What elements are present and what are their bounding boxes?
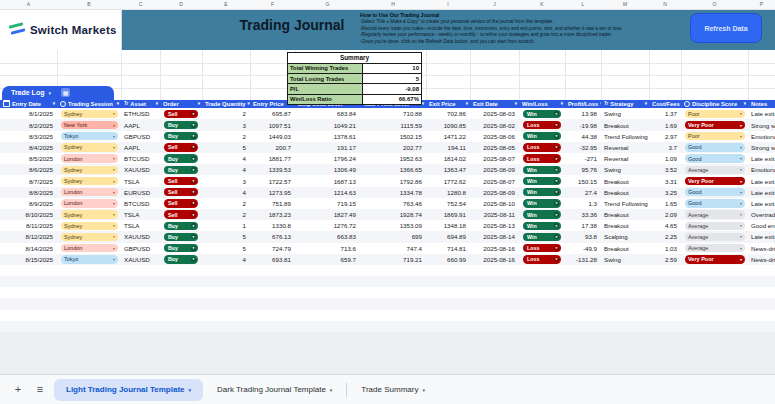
order-chip[interactable]: Sell▾	[160, 175, 202, 186]
cell-entry-price[interactable]: 1449.03	[250, 131, 295, 142]
session-chip[interactable]: Sydney▾	[61, 110, 118, 118]
cell-exit-price[interactable]: 1471.22	[426, 131, 470, 142]
cell-profit-loss[interactable]: 13.98	[565, 108, 601, 119]
cell-profit-loss[interactable]: 93.8	[565, 231, 601, 242]
order-chip[interactable]: Buy▾	[164, 255, 198, 263]
column-letter-L[interactable]: L	[565, 1, 601, 7]
cell-stop-loss[interactable]: 1687.13	[295, 175, 360, 186]
cell-entry-date[interactable]: 8/14/2025	[0, 243, 57, 254]
cell-strategy[interactable]: Breakout	[601, 220, 649, 231]
order-chip[interactable]: Sell▾	[164, 188, 198, 196]
column-letter-F[interactable]: F	[250, 1, 295, 7]
cell-entry-date[interactable]: 8/7/2025	[0, 175, 57, 186]
session-chip[interactable]: London▾	[57, 153, 121, 164]
win-loss-chip[interactable]: Loss▾	[519, 243, 565, 254]
column-header-trading-session[interactable]: Trading Session▾	[57, 100, 121, 109]
cell-exit-price[interactable]: 660.99	[426, 254, 470, 265]
cell-exit-price[interactable]: 752.54	[426, 198, 470, 209]
discipline-chip[interactable]: Average▾	[685, 244, 745, 252]
win-loss-chip[interactable]: Win▾	[523, 177, 561, 185]
cell-exit-date[interactable]: 2025-08-16	[470, 243, 519, 254]
win-loss-chip[interactable]: Win▾	[519, 131, 565, 142]
summary-title[interactable]: Summary	[288, 53, 421, 64]
cell-cost-fees[interactable]: 1.37	[649, 108, 681, 119]
win-loss-chip[interactable]: Win▾	[519, 187, 565, 198]
win-loss-chip[interactable]: Loss▾	[519, 153, 565, 164]
order-chip[interactable]: Buy▾	[160, 220, 202, 231]
order-chip[interactable]: Buy▾	[160, 164, 202, 175]
discipline-chip[interactable]: Average▾	[681, 231, 748, 242]
order-chip[interactable]: Buy▾	[164, 244, 198, 252]
summary-value[interactable]: -9.08	[363, 84, 421, 93]
trade-log-tab[interactable]: Trade Log ▾ ▦	[2, 86, 114, 100]
order-chip[interactable]: Buy▾	[164, 154, 198, 162]
discipline-chip[interactable]: Average▾	[685, 166, 745, 174]
cell-cost-fees[interactable]: 3.52	[649, 164, 681, 175]
cell-exit-price[interactable]: 702.86	[426, 108, 470, 119]
column-letter-P[interactable]: P	[748, 1, 775, 7]
cell-take-profit[interactable]: 1115.59	[360, 119, 426, 130]
cell-asset[interactable]: BTCUSD	[121, 198, 160, 209]
cell-exit-price[interactable]: 1363.47	[426, 164, 470, 175]
cell-exit-date[interactable]: 2025-08-07	[470, 153, 519, 164]
cell-exit-date[interactable]: 2025-08-09	[470, 187, 519, 198]
win-loss-chip[interactable]: Loss▾	[523, 154, 561, 162]
cell-take-profit[interactable]: 1502.15	[360, 131, 426, 142]
cell-strategy[interactable]: Swing	[601, 254, 649, 265]
discipline-chip[interactable]: Average▾	[681, 220, 748, 231]
cell-asset[interactable]: ETHUSD	[121, 108, 160, 119]
discipline-chip[interactable]: Good▾	[685, 188, 745, 196]
cell-exit-price[interactable]: 1090.85	[426, 119, 470, 130]
cell-stop-loss[interactable]: 1827.49	[295, 209, 360, 220]
cell-take-profit[interactable]: 1952.63	[360, 153, 426, 164]
cell-profit-loss[interactable]: -131.28	[565, 254, 601, 265]
cell-take-profit[interactable]: 763.46	[360, 198, 426, 209]
session-chip[interactable]: London▾	[61, 244, 118, 252]
cell-trade-quantity[interactable]: 3	[202, 175, 250, 186]
cell-exit-date[interactable]: 2025-08-02	[470, 119, 519, 130]
add-sheet-button[interactable]: +	[10, 384, 26, 395]
order-chip[interactable]: Buy▾	[160, 254, 202, 265]
column-header-notes[interactable]: Notes	[748, 100, 775, 109]
cell-exit-price[interactable]: 714.81	[426, 243, 470, 254]
cell-profit-loss[interactable]: -19.98	[565, 119, 601, 130]
summary-value[interactable]: 10	[363, 64, 421, 73]
session-chip[interactable]: Sydney▾	[61, 177, 118, 185]
cell-take-profit[interactable]: 1792.86	[360, 175, 426, 186]
win-loss-chip[interactable]: Win▾	[523, 210, 561, 218]
session-chip[interactable]: Sydney▾	[57, 231, 121, 242]
column-letter-E[interactable]: E	[202, 1, 250, 7]
cell-strategy[interactable]: Trend Following	[601, 198, 649, 209]
cell-profit-loss[interactable]: 95.76	[565, 164, 601, 175]
win-loss-chip[interactable]: Win▾	[523, 188, 561, 196]
win-loss-chip[interactable]: Win▾	[519, 231, 565, 242]
cell-profit-loss[interactable]: 44.38	[565, 131, 601, 142]
cell-stop-loss[interactable]: 659.7	[295, 254, 360, 265]
order-chip[interactable]: Sell▾	[164, 199, 198, 207]
cell-asset[interactable]: XAUUSD	[121, 231, 160, 242]
discipline-chip[interactable]: Average▾	[685, 210, 745, 218]
session-chip[interactable]: Sydney▾	[61, 143, 118, 151]
discipline-chip[interactable]: Poor▾	[681, 108, 748, 119]
cell-profit-loss[interactable]: -271	[565, 153, 601, 164]
summary-label[interactable]: Win/Loss Ratio	[288, 95, 363, 104]
win-loss-chip[interactable]: Win▾	[523, 110, 561, 118]
win-loss-chip[interactable]: Loss▾	[519, 142, 565, 153]
cell-take-profit[interactable]: 747.4	[360, 243, 426, 254]
cell-exit-date[interactable]: 2025-08-10	[470, 198, 519, 209]
cell-entry-price[interactable]: 1881.77	[250, 153, 295, 164]
discipline-chip[interactable]: Poor▾	[685, 110, 745, 118]
cell-entry-date[interactable]: 8/15/2025	[0, 254, 57, 265]
column-header-exit-price[interactable]: Exit Price▾	[426, 100, 470, 109]
session-chip[interactable]: Tokyo▾	[61, 255, 118, 263]
session-chip[interactable]: Sydney▾	[57, 220, 121, 231]
cell-cost-fees[interactable]: 1.03	[649, 243, 681, 254]
order-chip[interactable]: Buy▾	[164, 121, 198, 129]
column-letter-O[interactable]: O	[681, 1, 748, 7]
table-icon[interactable]: ▦	[61, 88, 70, 97]
order-chip[interactable]: Sell▾	[160, 187, 202, 198]
win-loss-chip[interactable]: Loss▾	[523, 244, 561, 252]
sheet-tab-dark-trading-journal-template[interactable]: Dark Trading Journal Template▾	[205, 379, 344, 401]
column-letter-H[interactable]: H	[360, 1, 426, 7]
cell-take-profit[interactable]: 1353.09	[360, 220, 426, 231]
